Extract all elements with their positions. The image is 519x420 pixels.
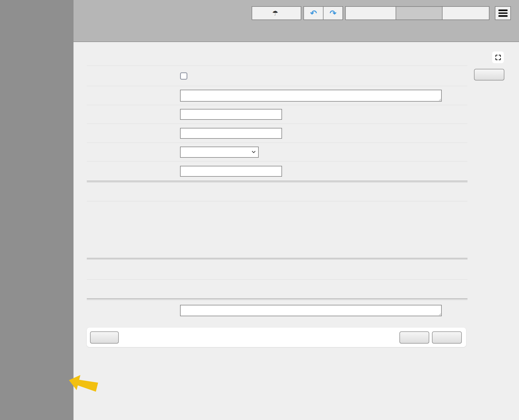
interval-row	[87, 161, 467, 181]
sidebar	[0, 0, 73, 420]
menu-button[interactable]	[495, 6, 511, 20]
remove-button[interactable]	[474, 69, 504, 80]
ok-button[interactable]	[432, 331, 462, 344]
cancel-button[interactable]	[90, 331, 119, 344]
fullscreen-icon	[495, 54, 502, 61]
redo-button[interactable]: ↷	[323, 6, 343, 20]
policy-row	[87, 201, 467, 258]
owner-row	[87, 182, 467, 201]
start-date-input[interactable]	[180, 128, 282, 139]
tab-quick-set[interactable]	[345, 6, 396, 20]
tab-webfig[interactable]	[396, 6, 443, 20]
hamburger-icon	[498, 9, 508, 11]
content-area	[73, 43, 519, 420]
name-input[interactable]	[180, 109, 282, 120]
undo-icon: ↶	[310, 8, 317, 18]
header-strip: ☂ ↶ ↷	[73, 0, 519, 42]
on-event-input[interactable]	[180, 305, 442, 316]
webfig-app: ☂ ↶ ↷	[0, 0, 519, 420]
start-time-select-wrap	[180, 147, 259, 158]
umbrella-icon: ☂	[272, 9, 278, 17]
enabled-checkbox[interactable]	[180, 72, 187, 80]
fullscreen-button[interactable]	[492, 51, 504, 63]
apply-button[interactable]	[399, 331, 429, 344]
start-date-row	[87, 124, 467, 143]
start-time-select[interactable]	[180, 147, 259, 158]
comment-input[interactable]	[180, 90, 442, 102]
run-count-row	[87, 260, 467, 279]
safe-mode-button[interactable]: ☂	[252, 6, 301, 20]
undo-button[interactable]: ↶	[303, 6, 323, 20]
tab-terminal[interactable]	[442, 6, 489, 20]
interval-input[interactable]	[180, 166, 282, 177]
action-bar	[87, 328, 466, 347]
redo-icon: ↷	[329, 8, 336, 18]
name-row	[87, 105, 467, 124]
schedule-form	[87, 66, 467, 321]
start-time-row	[87, 143, 467, 161]
next-run-row	[87, 279, 467, 298]
enabled-row	[87, 66, 467, 86]
checkbox-icon	[180, 72, 187, 80]
comment-row	[87, 86, 467, 105]
toolbar: ☂ ↶ ↷	[252, 6, 511, 20]
on-event-row	[87, 300, 467, 321]
